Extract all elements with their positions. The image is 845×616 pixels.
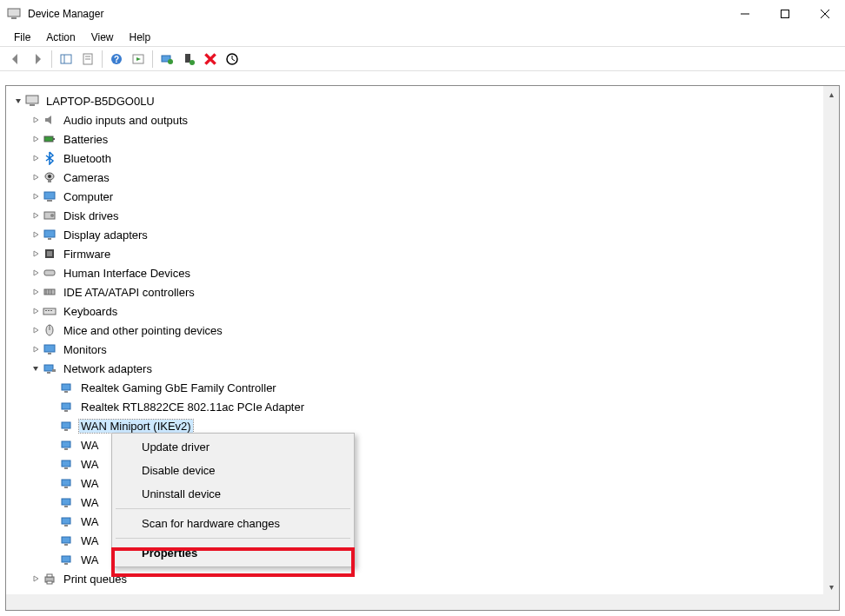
tree-category[interactable]: Monitors [6,340,823,359]
svg-rect-22 [53,138,55,140]
expand-toggle[interactable] [48,382,58,393]
adapter-icon [60,553,74,566]
expand-toggle[interactable] [48,478,58,488]
scroll-up-button[interactable]: ▴ [823,86,839,102]
tree-item-label: WA [79,534,100,547]
expand-toggle[interactable] [48,516,58,527]
cm-properties[interactable]: Properties [114,541,352,565]
expand-toggle[interactable] [30,172,41,182]
tree-device[interactable]: Realtek RTL8822CE 802.11ac PCIe Adapter [6,397,823,416]
expand-toggle[interactable] [30,248,41,259]
cm-uninstall-device[interactable]: Uninstall device [114,482,352,506]
svg-rect-33 [47,251,52,256]
expand-toggle[interactable] [30,573,41,584]
expand-toggle[interactable] [30,115,41,125]
back-button[interactable] [5,49,26,70]
menu-view[interactable]: View [84,30,121,45]
svg-rect-34 [44,270,55,275]
tree-item-label: WAN Miniport (IKEv2) [79,420,193,433]
tree-root[interactable]: LAPTOP-B5DGO0LU [6,91,823,110]
adapter-icon [60,533,74,547]
expand-toggle[interactable] [30,134,41,144]
scroll-down-button[interactable]: ▾ [823,579,839,594]
tree-category[interactable]: Bluetooth [6,149,823,168]
show-hide-tree-button[interactable] [56,49,77,70]
adapter-icon [60,457,74,471]
tree-category[interactable]: Disk drives [6,206,823,225]
uninstall-button[interactable] [178,49,199,70]
vertical-scrollbar[interactable]: ▴ ▾ [823,86,839,594]
menu-action[interactable]: Action [39,30,82,45]
svg-rect-50 [62,384,70,390]
tree-device[interactable]: Realtek Gaming GbE Family Controller [6,378,823,397]
menu-file[interactable]: File [7,30,37,45]
tree-category[interactable]: Keyboards [6,301,823,321]
disable-button[interactable] [200,49,221,70]
tree-item-label: Cameras [62,171,111,184]
expand-toggle[interactable] [48,554,58,565]
maximize-button[interactable] [765,0,805,28]
expand-toggle[interactable] [48,421,58,431]
horizontal-scrollbar[interactable] [6,594,823,610]
svg-rect-59 [64,467,68,469]
tree-category[interactable]: Batteries [6,129,823,149]
tree-category[interactable]: Cameras [6,168,823,187]
tree-category[interactable]: Computer [6,187,823,206]
tree-item-label: Disk drives [62,209,121,222]
minimize-button[interactable] [725,0,765,28]
svg-rect-0 [8,9,20,17]
svg-rect-66 [62,537,70,543]
update-driver-button[interactable] [156,49,177,70]
expand-toggle[interactable] [30,344,41,354]
forward-button[interactable] [27,49,48,70]
expand-toggle[interactable] [30,153,41,163]
svg-rect-45 [44,345,55,352]
battery-icon [43,132,57,146]
close-button[interactable] [805,0,845,28]
hid-icon [43,266,57,280]
menu-help[interactable]: Help [123,30,158,45]
expand-toggle[interactable] [30,325,41,335]
tree-category[interactable]: Firmware [6,244,823,263]
toolbar-separator [152,50,153,68]
expand-toggle[interactable] [30,268,41,278]
expand-toggle[interactable] [48,440,58,450]
cm-disable-device[interactable]: Disable device [114,459,352,482]
svg-rect-51 [64,391,68,393]
svg-point-29 [50,214,54,217]
expand-toggle[interactable] [48,459,58,469]
printer-icon [43,572,57,586]
titlebar: Device Manager [0,0,845,28]
properties-button[interactable] [77,49,98,70]
tree-category[interactable]: Mice and other pointing devices [6,321,823,340]
tree-category[interactable]: Display adapters [6,225,823,244]
expand-toggle[interactable] [30,229,41,240]
help-button[interactable]: ? [106,49,127,70]
svg-rect-1 [11,17,17,19]
action-button[interactable] [128,49,149,70]
tree-item-label: Network adapters [62,362,154,375]
tree-category-network[interactable]: Network adapters [6,359,823,378]
expand-toggle[interactable] [30,363,41,374]
scan-hardware-button[interactable] [222,49,243,70]
cm-scan-hardware[interactable]: Scan for hardware changes [114,512,352,535]
expand-toggle[interactable] [30,210,41,221]
svg-rect-67 [64,544,68,546]
svg-rect-42 [50,310,52,311]
tree-category[interactable]: Print queues [6,569,823,588]
tree-category[interactable]: Audio inputs and outputs [6,110,823,129]
tree-category[interactable]: IDE ATA/ATAPI controllers [6,282,823,301]
tree-item-label: Batteries [62,133,110,146]
toolbar: ? [0,47,845,71]
expand-toggle[interactable] [30,287,41,297]
expand-toggle[interactable] [48,497,58,507]
camera-icon [43,170,57,184]
tree-category[interactable]: Human Interface Devices [6,263,823,282]
cm-update-driver[interactable]: Update driver [114,435,352,459]
expand-toggle[interactable] [48,401,58,412]
expand-toggle[interactable] [13,96,23,106]
expand-toggle[interactable] [30,191,41,202]
expand-toggle[interactable] [30,306,41,316]
firmware-icon [43,247,57,261]
expand-toggle[interactable] [48,535,58,546]
